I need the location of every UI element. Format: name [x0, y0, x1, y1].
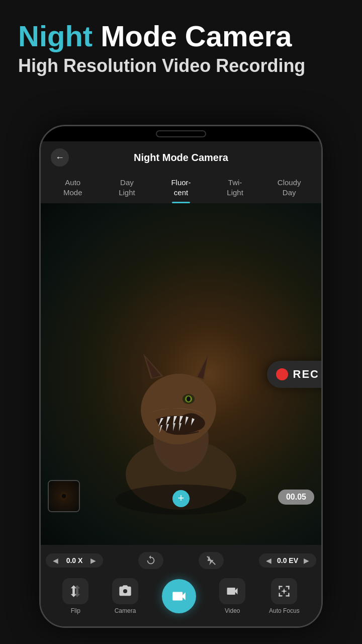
ev-control: ◀ 0.0 EV ▶ [259, 553, 316, 568]
rec-indicator [276, 368, 288, 380]
phone-mockup: ← Night Mode Camera AutoMode DayLight Fl… [39, 125, 323, 628]
thumb-bg [49, 481, 79, 511]
phone-notch [41, 126, 321, 141]
autofocus-button[interactable]: Auto Focus [269, 578, 300, 614]
camera-icon [118, 584, 132, 598]
zoom-increase[interactable]: ▶ [90, 556, 96, 565]
camera-header: ← Night Mode Camera [41, 141, 321, 172]
zoom-decrease[interactable]: ◀ [53, 556, 58, 565]
video-icon-container [219, 578, 245, 604]
rec-label: REC [293, 368, 319, 381]
tab-cloudy-day[interactable]: CloudyDay [262, 174, 316, 203]
autofocus-label: Auto Focus [269, 607, 300, 614]
svg-point-32 [283, 590, 286, 593]
svg-rect-31 [288, 593, 289, 597]
flash-icon [206, 555, 217, 566]
ev-decrease[interactable]: ◀ [266, 556, 272, 565]
video-thumbnail[interactable] [48, 480, 80, 512]
flip-label: Flip [71, 607, 80, 614]
plus-icon: + [178, 493, 185, 504]
controls-area: ◀ 0.0 X ▶ [41, 545, 321, 626]
flip-icon [68, 584, 82, 598]
video-icon [225, 584, 239, 598]
thumb-image-icon [58, 490, 70, 502]
camera-label: Camera [115, 607, 136, 614]
camera-photo-button[interactable]: Camera [112, 578, 138, 614]
camera-viewfinder: REC 00.05 + [41, 203, 321, 545]
wolf-image [101, 344, 261, 515]
phone-inner: ← Night Mode Camera AutoMode DayLight Fl… [41, 141, 321, 626]
tab-fluorescent[interactable]: Fluor-cent [154, 174, 208, 203]
camera-action-buttons: Flip Camera [46, 575, 316, 621]
ev-increase[interactable]: ▶ [304, 556, 309, 565]
autofocus-icon-container [271, 578, 297, 604]
camera-icon-container [112, 578, 138, 604]
camera-title: Night Mode Camera [69, 152, 293, 164]
zoom-control: ◀ 0.0 X ▶ [46, 553, 103, 568]
svg-point-15 [187, 396, 191, 401]
autofocus-icon [277, 584, 291, 598]
title-rest: Mode Camera [93, 20, 292, 52]
back-arrow-icon: ← [55, 153, 64, 162]
rotate-button[interactable] [138, 552, 163, 569]
control-row: ◀ 0.0 X ▶ [46, 552, 316, 569]
tab-day-light[interactable]: DayLight [100, 174, 154, 203]
svg-point-2 [135, 368, 222, 450]
rec-button[interactable]: REC [267, 361, 321, 388]
refresh-icon [145, 555, 156, 566]
svg-marker-19 [198, 356, 208, 379]
notch-pill [156, 130, 206, 137]
add-clip-button[interactable]: + [172, 490, 190, 507]
video-label: Video [225, 607, 240, 614]
record-button[interactable] [162, 579, 196, 613]
app-subtitle: High Resolution Video Recording [18, 55, 344, 76]
app-title: Night Mode Camera [18, 20, 344, 52]
svg-rect-25 [279, 586, 280, 590]
title-night: Night [18, 20, 93, 52]
svg-point-22 [62, 494, 66, 498]
record-video-icon [170, 588, 188, 605]
zoom-value: 0.0 X [62, 556, 86, 565]
tab-twilight[interactable]: Twi-Light [208, 174, 262, 203]
svg-rect-29 [279, 593, 280, 597]
ev-value: 0.0 EV [276, 556, 300, 565]
flip-button[interactable]: Flip [62, 578, 88, 614]
flash-button[interactable] [199, 552, 224, 569]
mode-tabs: AutoMode DayLight Fluor-cent Twi-Light C… [41, 172, 321, 203]
app-header: Night Mode Camera High Resolution Video … [0, 0, 362, 87]
tab-auto-mode[interactable]: AutoMode [46, 174, 100, 203]
timer-badge: 00.05 [278, 490, 314, 505]
flip-icon-container [62, 578, 88, 604]
back-button[interactable]: ← [51, 148, 69, 167]
video-button[interactable]: Video [219, 578, 245, 614]
svg-rect-27 [288, 586, 289, 590]
